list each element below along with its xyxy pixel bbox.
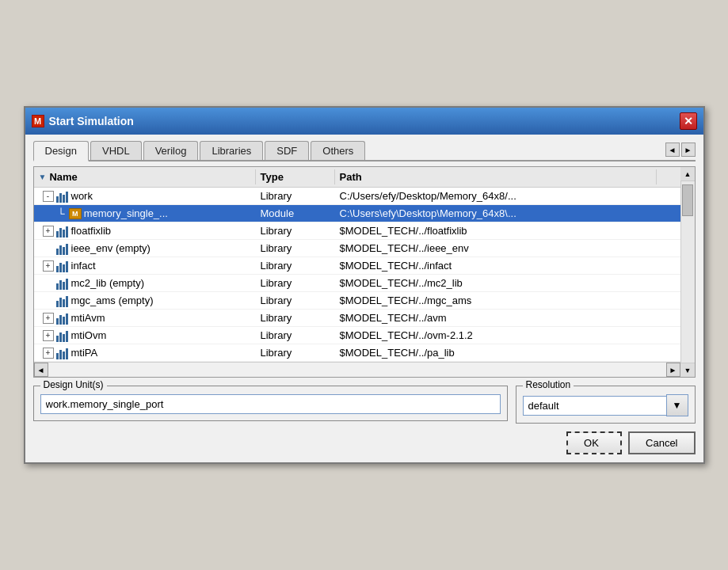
cell-name: + mtiAvm: [34, 310, 256, 326]
resolution-input[interactable]: [523, 396, 666, 416]
title-bar: M Start Simulation ✕: [25, 108, 703, 135]
v-scroll-up[interactable]: ▲: [680, 167, 695, 181]
module-icon: M: [69, 208, 82, 219]
expand-floatfixlib[interactable]: +: [43, 226, 54, 237]
action-row: OK Cancel: [33, 431, 696, 454]
tree-row[interactable]: + mtiPA Library $MODEL_TECH/../pa_lib: [34, 344, 680, 362]
library-icon: [56, 190, 69, 203]
tree-row[interactable]: - work Library C:/Users/efy/Desktop/Memo…: [34, 188, 680, 205]
cell-path: $MODEL_TECH/../ovm-2.1.2: [335, 328, 680, 343]
tree-row[interactable]: + infact Library $MODEL_TECH/../infact: [34, 257, 680, 275]
cell-path: $MODEL_TECH/../ieee_env: [335, 241, 680, 256]
expand-infact[interactable]: +: [43, 260, 54, 272]
expand-mtiavm[interactable]: +: [43, 313, 54, 324]
tree-panel: ▼ Name Type Path -: [33, 166, 696, 378]
v-scrollbar: ▲ ▼: [680, 167, 695, 377]
v-scroll-thumb[interactable]: [682, 184, 693, 216]
cell-path: $MODEL_TECH/../avm: [335, 310, 680, 325]
v-scroll-track[interactable]: [681, 181, 695, 363]
tabs-container: Design VHDL Verilog Libraries SDF Others: [33, 141, 368, 160]
resolution-select-row: ▼: [523, 394, 688, 416]
row-name: mtiAvm: [71, 312, 105, 324]
tab-design[interactable]: Design: [33, 141, 89, 162]
tab-libraries[interactable]: Libraries: [200, 141, 263, 160]
tab-nav-left[interactable]: ◄: [665, 142, 680, 157]
dialog-title: Start Simulation: [49, 115, 134, 127]
header-name: ▼ Name: [34, 169, 256, 184]
cell-name: mgc_ams (empty): [34, 293, 256, 309]
cell-type: Library: [256, 258, 335, 273]
cell-name: └ M memory_single_...: [34, 206, 256, 221]
cell-name: + mtiOvm: [34, 328, 256, 344]
library-icon: [56, 277, 69, 290]
tab-others[interactable]: Others: [311, 141, 365, 160]
cell-path: C:/Users/efy/Desktop/Memory_64x8/...: [335, 188, 680, 203]
h-scroll-right[interactable]: ►: [666, 363, 680, 377]
row-name: work: [71, 190, 93, 202]
row-name: mgc_ams (empty): [71, 294, 154, 306]
resolution-dropdown-button[interactable]: ▼: [666, 394, 688, 416]
library-icon: [56, 312, 69, 325]
cell-name: mc2_lib (empty): [34, 276, 256, 291]
tab-nav-right[interactable]: ►: [681, 142, 696, 157]
cell-type: Library: [256, 276, 335, 291]
tab-verilog[interactable]: Verilog: [143, 141, 199, 160]
expand-mtiovm[interactable]: +: [43, 330, 54, 341]
resolution-group: Resolution ▼: [516, 386, 696, 424]
tree-row[interactable]: + floatfixlib Library $MODEL_TECH/../flo…: [34, 222, 680, 240]
cell-type: Library: [256, 310, 335, 325]
cell-path: $MODEL_TECH/../mgc_ams: [335, 293, 680, 308]
cell-name: + infact: [34, 258, 256, 274]
tree-row[interactable]: mgc_ams (empty) Library $MODEL_TECH/../m…: [34, 292, 680, 310]
header-path: Path: [335, 169, 657, 184]
design-unit-input[interactable]: [40, 394, 501, 414]
header-type: Type: [256, 169, 335, 184]
cell-type: Library: [256, 328, 335, 343]
tab-sdf[interactable]: SDF: [265, 141, 309, 160]
filter-icon: ▼: [39, 173, 47, 181]
tree-row[interactable]: ieee_env (empty) Library $MODEL_TECH/../…: [34, 240, 680, 257]
v-scroll-down[interactable]: ▼: [680, 363, 695, 377]
cell-name: ieee_env (empty): [34, 241, 256, 256]
cell-path: $MODEL_TECH/../pa_lib: [335, 345, 680, 360]
expand-mtipa[interactable]: +: [43, 348, 54, 359]
tree-row[interactable]: + mtiOvm Library $MODEL_TECH/../ovm-2.1.…: [34, 327, 680, 344]
cell-type: Module: [256, 206, 335, 221]
cell-type: Library: [256, 241, 335, 256]
tree-line: └: [58, 207, 65, 219]
h-scroll-left[interactable]: ◄: [34, 363, 48, 377]
row-name: infact: [71, 260, 96, 272]
app-icon: M: [32, 115, 44, 127]
ok-button[interactable]: OK: [566, 431, 622, 454]
library-icon: [56, 294, 69, 307]
design-unit-label: Design Unit(s): [40, 379, 107, 390]
close-button[interactable]: ✕: [680, 112, 697, 130]
cell-type: Library: [256, 188, 335, 203]
tree-row[interactable]: └ M memory_single_... Module C:\Users\ef…: [34, 205, 680, 222]
header-extra: [657, 169, 680, 184]
row-name: memory_single_...: [84, 207, 168, 219]
h-scroll-track[interactable]: [48, 363, 666, 377]
start-simulation-dialog: M Start Simulation ✕ Design VHDL Verilog…: [24, 106, 705, 464]
h-scroll-container: ◄ ►: [34, 362, 680, 377]
cell-type: Library: [256, 345, 335, 360]
library-icon: [56, 225, 69, 238]
expand-work[interactable]: -: [43, 191, 54, 202]
tree-inner: ▼ Name Type Path -: [34, 167, 680, 377]
tab-vhdl[interactable]: VHDL: [90, 141, 142, 160]
tree-row[interactable]: + mtiAvm Library $MODEL_TECH/../avm: [34, 310, 680, 327]
cell-path: $MODEL_TECH/../infact: [335, 258, 680, 273]
row-name: mc2_lib (empty): [71, 277, 144, 289]
tabs-row: Design VHDL Verilog Libraries SDF Others…: [33, 141, 696, 162]
row-name: floatfixlib: [71, 225, 112, 237]
row-name: ieee_env (empty): [71, 242, 151, 254]
tree-header: ▼ Name Type Path: [34, 167, 680, 188]
tree-scrollable[interactable]: - work Library C:/Users/efy/Desktop/Memo…: [34, 188, 680, 362]
tree-row[interactable]: mc2_lib (empty) Library $MODEL_TECH/../m…: [34, 275, 680, 292]
row-name: mtiPA: [71, 347, 98, 359]
cell-type: Library: [256, 293, 335, 308]
cancel-button[interactable]: Cancel: [628, 431, 695, 454]
design-unit-group: Design Unit(s): [33, 386, 508, 421]
cell-path: $MODEL_TECH/../floatfixlib: [335, 223, 680, 238]
cell-path: $MODEL_TECH/../mc2_lib: [335, 276, 680, 291]
